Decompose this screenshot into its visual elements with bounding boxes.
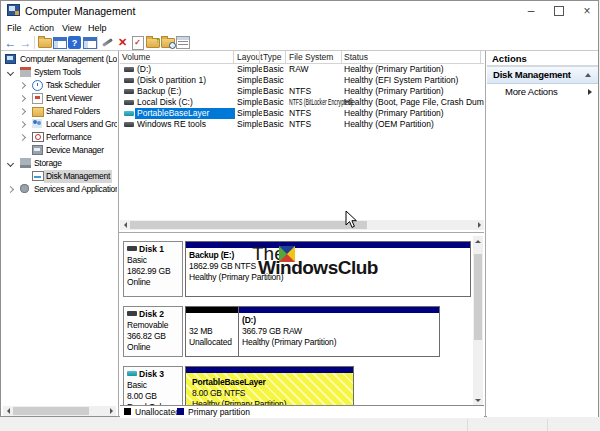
chevron-right-icon[interactable] [19, 134, 26, 141]
chevron-down-icon[interactable] [7, 69, 14, 76]
device-manager-icon [32, 145, 43, 155]
menu-view[interactable]: View [59, 22, 84, 35]
tool-button[interactable] [100, 35, 115, 50]
disk-pane-vertical-scrollbar[interactable] [473, 236, 483, 405]
properties-list-button[interactable] [175, 35, 190, 50]
unallocated-legend-swatch [124, 408, 131, 415]
disk-kind: Basic [124, 380, 182, 391]
pane-splitter[interactable] [119, 232, 484, 233]
disk-size: 1862.99 GB [124, 266, 182, 277]
volume-list-horizontal-scrollbar[interactable] [120, 220, 484, 230]
table-row[interactable]: (D:) Simple Basic RAW Healthy (Primary P… [120, 64, 484, 75]
scroll-left-icon[interactable] [121, 222, 127, 228]
tree-item-task-scheduler[interactable]: Task Scheduler [2, 79, 117, 92]
table-row[interactable]: Backup (E:) Simple Basic NTFS Healthy (P… [120, 86, 484, 97]
disk-state: Online [124, 277, 182, 288]
search-folder-icon [161, 38, 175, 48]
console-tree-icon [53, 37, 67, 49]
tree-item-shared-folders[interactable]: Shared Folders [2, 105, 117, 118]
scrollbar-thumb[interactable] [130, 221, 367, 229]
disk-3-label[interactable]: Disk 3 Basic 8.00 GB Read Only [123, 366, 183, 405]
check-document-button[interactable]: ✓ [130, 35, 145, 50]
help-button[interactable]: ? [67, 35, 82, 50]
maximize-button[interactable] [547, 1, 571, 20]
minimize-icon: – [528, 4, 535, 18]
disk-size: 366.82 GB [124, 331, 182, 342]
menu-file[interactable]: File [4, 22, 25, 35]
chevron-right-icon[interactable] [19, 82, 26, 89]
table-row-selected[interactable]: PortableBaseLayer Simple Basic NTFS Heal… [120, 108, 484, 119]
back-button[interactable]: ← [3, 35, 18, 50]
open-folder-button[interactable]: ↑ [145, 35, 160, 50]
volume-icon [124, 100, 134, 105]
chevron-down-icon[interactable] [7, 160, 14, 167]
close-button[interactable]: × [575, 1, 599, 20]
table-row[interactable]: Windows RE tools Simple Basic NTFS Healt… [120, 119, 484, 130]
show-console-tree-button[interactable] [52, 35, 67, 50]
more-actions-item[interactable]: More Actions [487, 85, 598, 99]
column-divider[interactable] [259, 51, 260, 63]
partition-unallocated[interactable]: 32 MB Unallocated [185, 306, 239, 357]
tree-item-local-users-and-groups[interactable]: Local Users and Groups [2, 118, 117, 131]
tree-item-system-tools[interactable]: System Tools [2, 66, 117, 79]
scroll-right-icon[interactable] [478, 222, 484, 228]
title-bar[interactable]: Computer Management – × [1, 1, 598, 21]
tree-item-performance[interactable]: Performance [2, 131, 117, 144]
scroll-up-icon[interactable] [475, 237, 481, 243]
menu-help[interactable]: Help [85, 22, 110, 35]
close-icon: × [583, 4, 590, 18]
tree-item-disk-management[interactable]: Disk Management [2, 170, 117, 183]
search-folder-button[interactable] [160, 35, 175, 50]
performance-icon [32, 132, 44, 142]
actions-section-disk-management[interactable]: Disk Management [487, 66, 598, 84]
partition-d[interactable]: (D:) 366.79 GB RAW Healthy (Primary Part… [238, 306, 440, 357]
forward-button[interactable]: → [18, 35, 33, 50]
storage-icon [20, 158, 31, 168]
disk-2-group: Disk 2 Removable 366.82 GB Online 32 MB … [120, 306, 472, 357]
column-divider[interactable] [285, 51, 286, 63]
tree-item-services-and-applications[interactable]: Services and Applications [2, 183, 117, 196]
disk-kind: Removable [124, 320, 182, 331]
legend-label: Unallocated [135, 406, 180, 418]
delete-volume-button[interactable]: ✕ [115, 35, 130, 50]
tree-item-event-viewer[interactable]: Event Viewer [2, 92, 117, 105]
tree-item-storage[interactable]: Storage [2, 157, 117, 170]
tree-pane-divider[interactable] [118, 51, 119, 417]
shared-folders-icon [32, 107, 44, 117]
scroll-right-icon[interactable] [110, 408, 116, 414]
disk-title: Disk 3 [124, 367, 182, 380]
disk-1-label[interactable]: Disk 1 Basic 1862.99 GB Online [123, 241, 183, 297]
chevron-right-icon[interactable] [19, 108, 26, 115]
partition-detail: 32 MB [189, 326, 238, 337]
chevron-right-icon[interactable] [19, 121, 26, 128]
legend-label: Primary partition [188, 406, 250, 418]
scrollbar-thumb[interactable] [13, 407, 89, 415]
column-header-status[interactable]: Status [344, 52, 368, 62]
scroll-left-icon[interactable] [4, 408, 10, 414]
chevron-right-icon[interactable] [19, 95, 26, 102]
column-header-file-system[interactable]: File System [289, 52, 333, 62]
column-header-type[interactable]: Type [263, 52, 281, 62]
properties-list-icon [176, 36, 190, 49]
toolbar-separator [97, 36, 98, 49]
chevron-right-icon[interactable] [7, 186, 14, 193]
table-row[interactable]: Local Disk (C:) Simple Basic NTFS (BitLo… [120, 97, 484, 108]
partition-portablebaselayer-selected[interactable]: PortableBaseLayer 8.00 GB NTFS Healthy (… [185, 366, 354, 405]
column-divider[interactable] [480, 51, 481, 63]
menu-action[interactable]: Action [26, 22, 57, 35]
table-row[interactable]: (Disk 0 partition 1) Simple Basic Health… [120, 75, 484, 86]
column-divider[interactable] [341, 51, 342, 63]
column-divider[interactable] [233, 51, 234, 63]
scrollbar-thumb[interactable] [474, 254, 482, 340]
column-header-volume[interactable]: Volume [122, 52, 150, 62]
up-folder-button[interactable] [37, 35, 52, 50]
collapse-icon[interactable] [585, 73, 591, 77]
show-action-pane-button[interactable] [82, 35, 97, 50]
console-tree: Computer Management (Local System Tools … [2, 51, 117, 405]
tree-item-computer-management[interactable]: Computer Management (Local [2, 53, 117, 66]
actions-pane-divider[interactable] [485, 51, 486, 417]
tree-horizontal-scrollbar[interactable] [3, 406, 116, 416]
disk-2-label[interactable]: Disk 2 Removable 366.82 GB Online [123, 306, 183, 357]
minimize-button[interactable]: – [519, 1, 543, 20]
tree-item-device-manager[interactable]: Device Manager [2, 144, 117, 157]
